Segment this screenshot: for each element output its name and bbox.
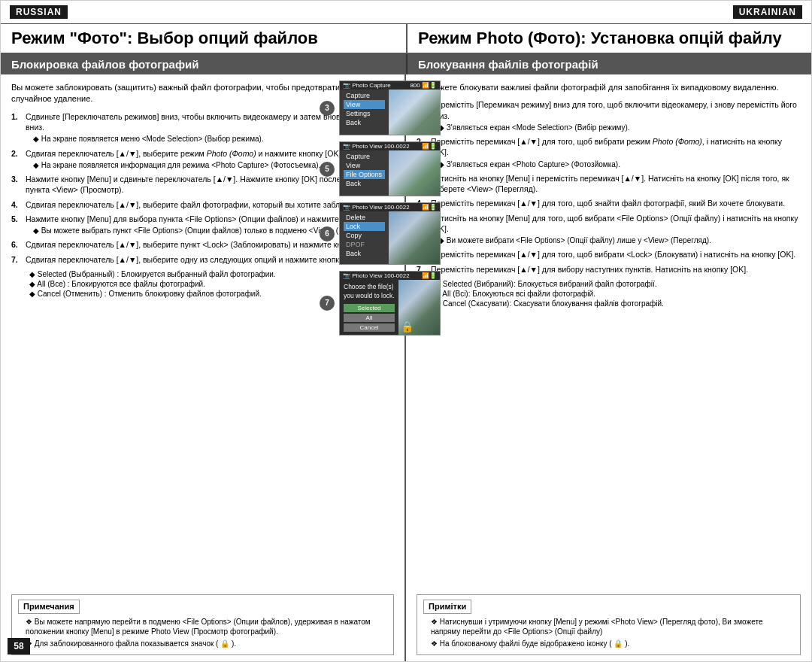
- intro-text-russian: Вы можете заблокировать (защитить) важны…: [11, 82, 394, 105]
- steps-list-ukrainian: 1. Перемістіть [Перемикач режиму] вниз д…: [417, 99, 801, 278]
- list-item: 2. Сдвигая переключатель [▲/▼], выберите…: [11, 148, 394, 171]
- main-title-ukrainian: Режим Photo (Фото): Установка опцій файл…: [406, 24, 811, 53]
- menu-item-settings: Settings: [344, 109, 385, 118]
- menu-item-back: Back: [344, 118, 385, 127]
- lang-badge-ukrainian: UKRAINIAN: [406, 1, 811, 23]
- screen-7: 7 📷 Photo View 100-0022 📶🔋 Choose the fi…: [339, 271, 441, 336]
- step-bullets-ukrainian: Selected (Вибраний): Блокується вибраний…: [417, 278, 801, 308]
- steps-list-russian: 1. Сдвиньте [Переключатель режимов] вниз…: [11, 111, 394, 269]
- right-content-column: Ви можете блокувати важливі файли фотогр…: [406, 74, 811, 661]
- lang-badge-russian: RUSSIAN: [1, 1, 406, 23]
- list-item: 7. Сдвигая переключатель [▲/▼], выберите…: [11, 254, 394, 265]
- screen-6: 6 📷 Photo View 100-0022 📶🔋 Delete Lock C…: [339, 202, 441, 265]
- intro-text-ukrainian: Ви можете блокувати важливі файли фотогр…: [417, 82, 801, 93]
- menu-item-capture: Capture: [344, 91, 385, 100]
- list-item: 7. Перемістіть перемикач [▲/▼] для вибор…: [417, 264, 801, 275]
- list-item: 3. Нажмите кнопку [Menu] и сдвиньте пере…: [11, 174, 394, 195]
- section-header-russian: Блокировка файлов фотографий: [1, 54, 406, 74]
- main-title-russian: Режим "Фото": Выбор опций файлов: [1, 24, 406, 53]
- menu-item-back2: Back: [344, 179, 385, 188]
- menu-item-dpof: DPOF: [344, 240, 385, 249]
- step-bullets-russian: Selected (Выбранный) : Блокируется выбра…: [11, 269, 394, 298]
- menu-item-delete: Delete: [344, 213, 385, 222]
- menu-item-view: View: [344, 100, 385, 109]
- list-item: 5. Натисніть на кнопку [Menu] для того, …: [417, 213, 801, 246]
- menu-item-lock: Lock: [344, 222, 385, 231]
- notes-box-ukrainian: Примітки Натиснувши і утримуючи кнопку […: [417, 594, 801, 655]
- notes-box-russian: Примечания Вы можете напрямую перейти в …: [11, 594, 394, 655]
- list-item: 2. Перемістіть перемикач [▲/▼] для того,…: [417, 136, 801, 169]
- btn-all[interactable]: All: [344, 314, 395, 322]
- menu-item-fileoptions: File Options: [344, 170, 385, 179]
- list-item: 1. Сдвиньте [Переключатель режимов] вниз…: [11, 111, 394, 144]
- list-item: 4. Перемістіть перемикач [▲/▼] для того,…: [417, 198, 801, 208]
- list-item: 1. Перемістіть [Перемикач режиму] вниз д…: [417, 99, 801, 132]
- list-item: 3. Натисніть на кнопку [Menu] і переміст…: [417, 173, 801, 194]
- list-item: 6. Перемістіть перемикач [▲/▼] для того,…: [417, 249, 801, 260]
- page-number: 58: [8, 638, 30, 654]
- list-item: 6. Сдвигая переключатель [▲/▼], выберите…: [11, 239, 394, 250]
- menu-item-view2: View: [344, 161, 385, 170]
- lock-icon: 🔒: [401, 320, 414, 333]
- screen-3: 3 📷 Photo Capture 800 📶🔋 Capture View Se…: [339, 80, 441, 135]
- device-screenshots: 3 📷 Photo Capture 800 📶🔋 Capture View Se…: [339, 80, 441, 340]
- btn-selected[interactable]: Selected: [344, 304, 395, 312]
- menu-item-back3: Back: [344, 249, 385, 258]
- ukrainian-label: UKRAINIAN: [733, 5, 802, 19]
- list-item: 4. Сдвигая переключатель [▲/▼], выберите…: [11, 199, 394, 210]
- lock-prompt: Choose the file(s) you would to lock.: [344, 283, 395, 301]
- menu-item-copyto: Copy: [344, 231, 385, 240]
- section-header-ukrainian: Блокування файлів фотографій: [406, 54, 811, 74]
- russian-label: RUSSIAN: [10, 5, 68, 19]
- btn-cancel[interactable]: Cancel: [344, 323, 395, 332]
- menu-item-capture2: Capture: [344, 152, 385, 161]
- list-item: 5. Нажмите кнопку [Menu] для выбора пунк…: [11, 214, 394, 236]
- screen-5: 5 📷 Photo View 100-0022 📶🔋 Capture View …: [339, 141, 441, 196]
